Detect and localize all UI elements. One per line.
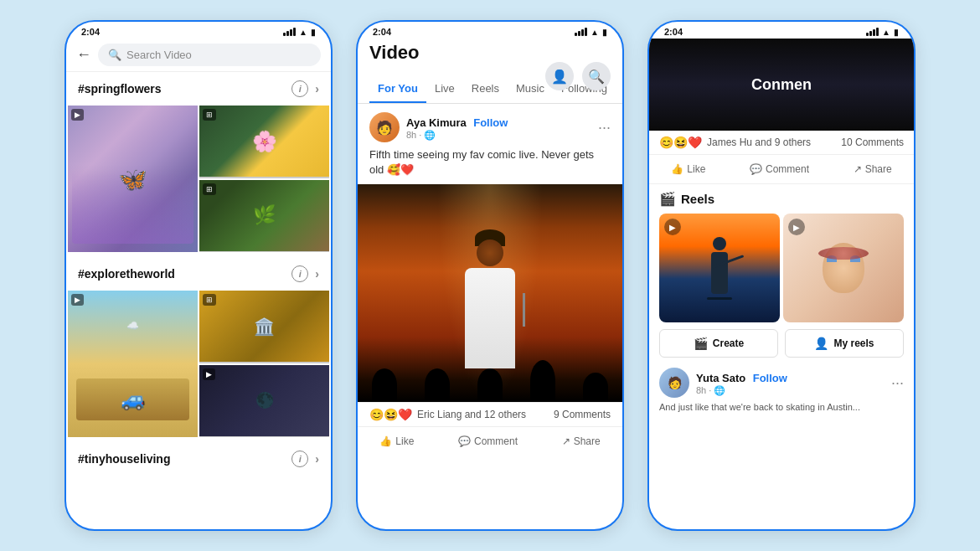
thumb-dark[interactable]: 🌑 ▶	[199, 365, 329, 438]
thumb-egypt[interactable]: 🏛️ ⊞	[199, 291, 329, 363]
post-header-1: 🧑 Aya Kimura Follow 8h · 🌐 ···	[369, 112, 611, 142]
time-2: 2:04	[373, 27, 391, 37]
search-box[interactable]: 🔍 Search Video	[98, 44, 321, 66]
signal-icon-3	[866, 28, 879, 36]
tab-reels[interactable]: Reels	[463, 75, 508, 103]
status-icons-3: ▲ ▮	[866, 28, 899, 37]
reel-play-1: ▶	[664, 219, 681, 235]
create-reel-button[interactable]: 🎬 Create	[659, 329, 778, 358]
post-header-3: 🧑 Yuta Sato Follow 8h · 🌐 ···	[659, 368, 904, 398]
video-icon-flower-bottom: ⊞	[203, 183, 216, 195]
post-meta-3: Yuta Sato Follow 8h · 🌐	[696, 370, 885, 396]
profile-button[interactable]: 👤	[545, 62, 574, 90]
reels-title: 🎬 Reels	[659, 191, 904, 207]
like-icon-3: 👍	[671, 163, 683, 175]
status-bar-1: 2:04 ▲ ▮	[66, 22, 331, 39]
profile-icon: 👤	[551, 69, 568, 85]
reactions-text-3: James Hu and 9 others	[707, 136, 841, 148]
comment-icon-1: 💬	[458, 435, 471, 447]
chevron-icon-3[interactable]: ›	[315, 452, 319, 466]
hashtag-label-1: #springflowers	[78, 82, 162, 95]
avatar-img-1: 🧑	[369, 112, 400, 142]
hashtag-row-3[interactable]: #tinyhouseliving i ›	[66, 442, 331, 476]
share-icon-3: ↗	[854, 163, 862, 175]
comments-count-1: 9 Comments	[554, 409, 611, 420]
reel-paddleboard[interactable]: ▶	[659, 214, 780, 322]
phone-2: 2:04 ▲ ▮ Video 👤 🔍 For You	[356, 20, 624, 531]
create-icon: 🎬	[694, 337, 708, 350]
battery-icon-3: ▮	[894, 28, 899, 37]
hashtag-label-3: #tinyhouseliving	[78, 452, 170, 466]
comment-button-3[interactable]: 💬 Comment	[741, 158, 818, 180]
reels-grid: ▶ ▶	[659, 214, 904, 322]
post-text-3: And just like that we're back to skating…	[659, 401, 904, 414]
video-icon-dark: ▶	[203, 368, 215, 380]
phone-3: 2:04 ▲ ▮ Conmen 😊😆❤️ James Hu and 9 othe…	[647, 20, 916, 531]
share-button-3[interactable]: ↗ Share	[845, 158, 900, 180]
wifi-icon-3: ▲	[882, 28, 890, 37]
avatar-1: 🧑	[369, 112, 400, 142]
like-icon-1: 👍	[379, 435, 392, 447]
avatar-3: 🧑	[659, 368, 689, 398]
search-button[interactable]: 🔍	[582, 62, 611, 90]
audience-head-2	[425, 368, 450, 402]
hashtag-row-2[interactable]: #exploretheworld i ›	[66, 257, 331, 291]
my-reels-button[interactable]: 👤 My reels	[785, 329, 904, 358]
comments-count-3: 10 Comments	[841, 136, 904, 148]
more-options-3[interactable]: ···	[891, 374, 904, 392]
performer-head	[477, 239, 503, 266]
video-page-title: Video	[369, 42, 611, 64]
header-icons: 👤 🔍	[545, 62, 611, 90]
audience	[358, 352, 622, 402]
share-icon-1: ↗	[562, 435, 570, 447]
hashtag-label-2: #exploretheworld	[78, 267, 175, 281]
battery-icon: ▮	[311, 28, 316, 37]
back-button[interactable]: ←	[76, 46, 91, 64]
action-bar-1: 👍 Like 💬 Comment ↗ Share	[358, 427, 622, 456]
like-button-1[interactable]: 👍 Like	[371, 430, 422, 452]
top-video-area[interactable]: Conmen	[649, 39, 914, 131]
thumb-flower-bottom[interactable]: 🌿 ⊞	[199, 180, 329, 253]
audience-head-4	[530, 360, 555, 402]
thumb-butterfly[interactable]: 🦋 ▶	[68, 106, 198, 252]
post-author-3: Yuta Sato	[696, 372, 745, 384]
info-icon-1[interactable]: i	[291, 80, 308, 97]
video-grid-1: 🦋 ▶ 🌸 ⊞ 🌿 ⊞	[68, 106, 329, 252]
status-bar-3: 2:04 ▲ ▮	[649, 22, 914, 39]
info-icon-2[interactable]: i	[291, 265, 308, 282]
tab-live[interactable]: Live	[426, 75, 463, 103]
time-3: 2:04	[664, 27, 683, 37]
like-button-3[interactable]: 👍 Like	[663, 158, 714, 180]
share-button-1[interactable]: ↗ Share	[554, 430, 609, 452]
search-icon-header: 🔍	[588, 69, 605, 85]
follow-button-1[interactable]: Follow	[473, 116, 508, 129]
video-icon-flower-top: ⊞	[203, 109, 216, 121]
thumb-flower-top[interactable]: 🌸 ⊞	[199, 106, 329, 178]
chevron-icon-1[interactable]: ›	[315, 82, 319, 95]
hashtag-row-1[interactable]: #springflowers i ›	[66, 72, 331, 106]
reaction-emojis-3: 😊😆❤️	[659, 136, 702, 149]
comment-icon-3: 💬	[750, 163, 762, 175]
time-1: 2:04	[81, 27, 100, 37]
chevron-icon-2[interactable]: ›	[315, 267, 319, 281]
search-placeholder: Search Video	[126, 49, 192, 61]
wifi-icon-2: ▲	[591, 28, 599, 37]
phone-1: 2:04 ▲ ▮ ← 🔍 Search Video #springflowers…	[64, 20, 333, 531]
info-icon-3[interactable]: i	[291, 451, 308, 467]
more-options-1[interactable]: ···	[598, 119, 611, 136]
audience-head-5	[583, 373, 608, 402]
post-author-3-row: Yuta Sato Follow	[696, 370, 885, 385]
post-card-3: 🧑 Yuta Sato Follow 8h · 🌐 ··· And just l…	[649, 361, 914, 414]
status-icons-1: ▲ ▮	[283, 28, 316, 37]
comment-button-1[interactable]: 💬 Comment	[450, 430, 526, 452]
tab-for-you[interactable]: For You	[369, 75, 426, 103]
video-preview-1[interactable]	[358, 184, 622, 402]
reel-makeup[interactable]: ▶	[783, 214, 904, 322]
battery-icon-2: ▮	[602, 28, 607, 37]
reels-icon: 🎬	[659, 191, 676, 207]
follow-button-3[interactable]: Follow	[753, 372, 787, 384]
reactions-bar-3: 😊😆❤️ James Hu and 9 others 10 Comments	[649, 131, 914, 155]
status-bar-2: 2:04 ▲ ▮	[358, 22, 622, 39]
comedy-stage	[358, 184, 622, 402]
thumb-desert[interactable]: ☁️ 🚙 ▶	[68, 291, 198, 437]
